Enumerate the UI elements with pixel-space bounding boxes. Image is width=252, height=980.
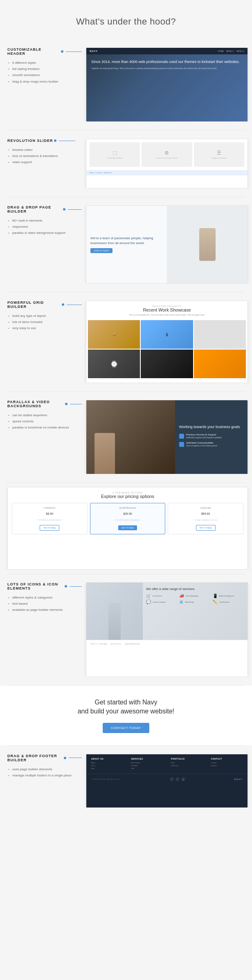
- section-revolution-slider: REVOLUTION SLIDER timeline editor tons o…: [0, 130, 252, 197]
- nav-logo: NAVY: [90, 50, 98, 52]
- support-icon: 💬: [146, 600, 151, 604]
- list-item: build any type of layout: [7, 313, 82, 319]
- service-item-5: 🖥 Web Design: [179, 600, 211, 604]
- feature-left-header: CUSTOMIZABLE HEADER 6 different styles f…: [0, 47, 82, 85]
- builder-cta-btn[interactable]: JOIN US TODAY: [90, 248, 112, 253]
- grid-subtitle: This is an example text. You can click o…: [91, 314, 243, 316]
- footer-link: Team: [91, 765, 123, 767]
- pricing-header: A FEW MORE OPTIONS Explore our pricing o…: [12, 491, 243, 499]
- feature-title-slider: REVOLUTION SLIDER: [7, 139, 82, 143]
- preview-nav: NAVY HOME MENU 1 MENU 2: [86, 48, 248, 54]
- footer-bottom-bar: © 2016 Navy Theme. All rights reserved. …: [86, 774, 248, 785]
- ecommerce-icon: 🛒: [146, 594, 151, 598]
- service-item-1: 🛒 E-Commerce: [146, 594, 178, 598]
- twitter-icon[interactable]: t: [176, 777, 180, 781]
- connector-dot: [61, 50, 63, 53]
- preview-footer-content: ABOUT US About Team Blog SERVICES Web De…: [86, 754, 248, 807]
- service-item-6: ✏️ Customization: [213, 600, 244, 604]
- feature-left-slider: REVOLUTION SLIDER timeline editor tons o…: [0, 139, 82, 166]
- online-marketing-icon: 📣: [179, 594, 184, 598]
- list-item: full styling freedom: [7, 66, 82, 72]
- footer-col-title: CONTACT: [211, 758, 243, 760]
- builder-text-col: We're a team of passionate people, helpi…: [86, 206, 167, 283]
- section-icons: LOTS OF ICONS & ICON ELEMENTS different …: [0, 574, 252, 685]
- footer-social-links: f t g: [170, 777, 185, 781]
- feature-list-slider: timeline editor tons of animations & tra…: [7, 147, 82, 166]
- list-item: manage multiple footers in a single plac…: [7, 772, 82, 778]
- feature-preview-pricing: A FEW MORE OPTIONS Explore our pricing o…: [0, 487, 252, 570]
- list-item: speed controls: [7, 418, 82, 424]
- plan-btn[interactable]: BUY IT NOW: [118, 525, 137, 530]
- pricing-card-corporate: Corporate $59.90 For large companies and…: [168, 503, 243, 534]
- cta-title: Get started with Navyand build your awes…: [8, 698, 244, 716]
- section-pricing: A FEW MORE OPTIONS Explore our pricing o…: [0, 483, 252, 574]
- footer-logo: NAVY: [234, 778, 243, 780]
- preview-builder-box: We're a team of passionate people, helpi…: [86, 205, 248, 284]
- pricing-cards: Freelancer $9.90 For freelancers and per…: [12, 503, 243, 534]
- service-item-3: 📱 Mobile Development: [213, 594, 244, 598]
- feature-title-grid: POWERFUL GRID BUILDER: [7, 301, 82, 309]
- footer-col-contact: CONTACT Contact Support: [211, 758, 243, 770]
- icons-bottom-bar: NAVY THEME ENVATO AWWWARDS: [86, 640, 248, 648]
- preview-builder-content: We're a team of passionate people, helpi…: [86, 206, 248, 283]
- footer-nav: ABOUT US About Team Blog SERVICES Web De…: [86, 754, 248, 774]
- plan-name: Freelancer: [15, 507, 85, 509]
- sidebar-icon: ☰: [217, 150, 221, 156]
- mobile-dev-icon: 📱: [213, 594, 218, 598]
- list-item: video support: [7, 159, 82, 165]
- pricing-card-business: Small Business $29.90 For small business…: [90, 503, 166, 534]
- parallax-text-col: Working towards your business goals Prem…: [175, 400, 248, 474]
- slider-card-label: Visual Page Builders: [107, 157, 122, 159]
- googleplus-icon[interactable]: g: [181, 777, 185, 781]
- preview-icons-content: We offer a wide range of services 🛒 E-Co…: [86, 583, 248, 677]
- connector-dot: [65, 585, 67, 588]
- plan-btn[interactable]: TRY IT FREE: [196, 525, 216, 531]
- plan-price: $9.90: [15, 511, 85, 517]
- connector-dot: [64, 757, 66, 759]
- cta-button[interactable]: CONTACT TODAY: [103, 723, 149, 733]
- footer-link: Web Design: [131, 762, 163, 764]
- pricing-title: Explore our pricing options: [12, 494, 243, 499]
- footer-link: Contact: [211, 762, 243, 764]
- preview-grid-content: SELECTED PROJECTS Recent Work Showcase T…: [86, 301, 248, 383]
- slider-card-label: Smart Theme Options Panels: [156, 157, 178, 159]
- preview-header-bg: NAVY HOME MENU 1 MENU 2 Since 2014, more…: [86, 48, 248, 121]
- brand-logo: NAVY THEME: [90, 643, 108, 645]
- page-title: What's under the hood?: [0, 0, 252, 39]
- parallax-person: [94, 433, 115, 474]
- feature-preview-header: NAVY HOME MENU 1 MENU 2 Since 2014, more…: [82, 47, 252, 122]
- nav-links: HOME MENU 1 MENU 2: [218, 50, 244, 52]
- grid-item-2: 📱: [141, 320, 193, 349]
- plan-name: Corporate: [171, 507, 241, 509]
- feature-left-grid: POWERFUL GRID BUILDER build any type of …: [0, 301, 82, 332]
- feature-preview-slider: ⬚ Visual Page Builders ⚙ Smart Theme Opt…: [82, 139, 252, 188]
- plan-desc: For small business and agencies: [93, 519, 163, 521]
- web-design-icon: 🖥: [179, 600, 183, 604]
- page-wrapper: What's under the hood? CUSTOMIZABLE HEAD…: [0, 0, 252, 816]
- feature-title-header: CUSTOMIZABLE HEADER: [7, 47, 82, 56]
- cta-section: Get started with Navyand build your awes…: [0, 686, 252, 745]
- list-item: tons of animations & transitions: [7, 153, 82, 159]
- list-item: very easy to use: [7, 325, 82, 331]
- grid-item-1: 📦: [88, 320, 140, 349]
- preview-slider-box: ⬚ Visual Page Builders ⚙ Smart Theme Opt…: [86, 139, 248, 188]
- footer-link: About: [91, 762, 123, 764]
- footer-link: SEO: [131, 767, 163, 769]
- facebook-icon[interactable]: f: [170, 777, 174, 781]
- plan-price: $59.90: [171, 511, 241, 517]
- footer-link: Work: [171, 762, 203, 764]
- connector-dot: [65, 403, 68, 405]
- preview-grid-box: SELECTED PROJECTS Recent Work Showcase T…: [86, 301, 248, 383]
- hero-heading: Since 2014, more than 4000 web professio…: [91, 59, 243, 65]
- section-footer-builder: DRAG & DROP FOOTER BUILDER uses page bui…: [0, 746, 252, 816]
- preview-pricing-box: A FEW MORE OPTIONS Explore our pricing o…: [7, 487, 248, 570]
- slider-bottom-label: EASY VISUAL LANDING: [86, 170, 248, 175]
- footer-col-about: ABOUT US About Team Blog: [91, 758, 123, 770]
- grid-portfolio-items: 📦 📱 ⌚: [86, 318, 248, 380]
- plan-btn[interactable]: TRY IT FREE: [40, 525, 59, 531]
- list-item: responsive: [7, 224, 82, 230]
- feature-list-footer: uses page builder elements manage multip…: [7, 766, 82, 778]
- icons-hero: We offer a wide range of services 🛒 E-Co…: [86, 583, 248, 640]
- list-item: 80+ built in elements: [7, 218, 82, 224]
- feature-icon: [179, 434, 184, 439]
